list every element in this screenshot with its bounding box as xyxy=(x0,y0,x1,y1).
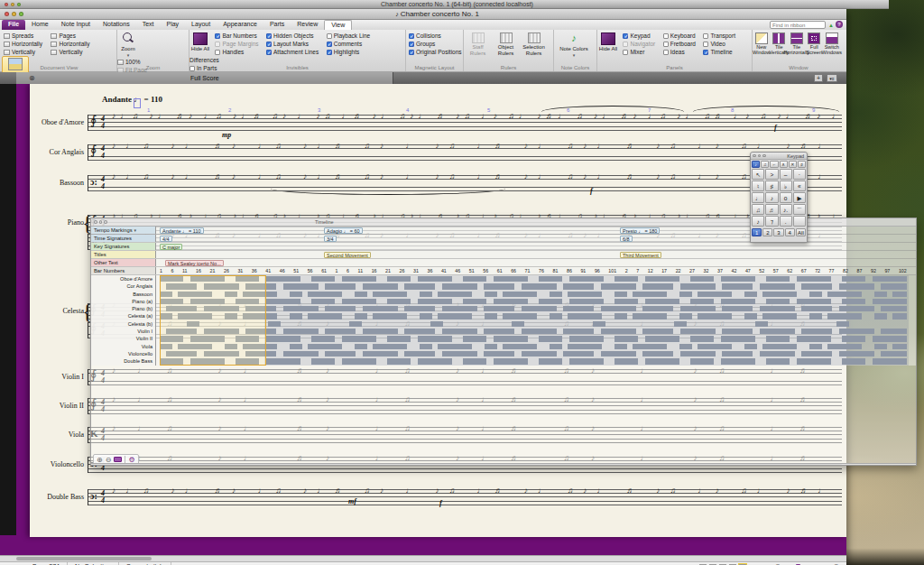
close-tab-icon[interactable]: ⊗ xyxy=(29,72,35,84)
dynamic-marking[interactable]: f xyxy=(439,499,442,507)
keypad-layout-tab[interactable]: ⌐ xyxy=(770,161,778,168)
outer-window-titlebar[interactable]: Chamber concerto No. 1 (64-bit) (connect… xyxy=(0,0,889,9)
checkbox-option[interactable]: Hidden Objects xyxy=(266,32,319,40)
close-icon[interactable] xyxy=(94,220,97,224)
help-icon[interactable]: ? xyxy=(836,21,843,28)
ribbon-tab[interactable]: Home xyxy=(25,20,55,30)
instrument-row-label[interactable]: Piano (a) xyxy=(91,298,156,305)
ruler-button[interactable]: Staff Rulers xyxy=(464,32,492,56)
instrument-row-label[interactable]: Bassoon xyxy=(91,291,156,298)
instrument-row-label[interactable]: Violin II xyxy=(91,335,156,342)
tempo-chip[interactable]: Presto ♩ = 180 xyxy=(620,227,660,235)
ribbon-tab[interactable]: Play xyxy=(160,20,185,30)
ribbon-tab[interactable]: Review xyxy=(291,20,324,30)
zoom-button[interactable]: Zoom▾ xyxy=(117,32,139,58)
zoom-window-icon[interactable] xyxy=(762,154,766,158)
keypad-key[interactable]: ♭ xyxy=(780,181,792,191)
keypad-layout-tab[interactable]: ✕ xyxy=(789,161,797,168)
keypad-key[interactable]: ⌒ xyxy=(793,204,806,215)
row-label[interactable]: Other Text xyxy=(91,259,156,266)
keypad-layout-tab[interactable]: ♫ xyxy=(761,161,769,168)
spreads-option[interactable]: Spreads xyxy=(4,32,45,40)
keypad-key[interactable]: > xyxy=(765,169,778,180)
checkbox-option[interactable]: Original Positions xyxy=(409,48,462,56)
instrument-row-label[interactable]: Violin I xyxy=(91,328,156,335)
minimize-icon[interactable] xyxy=(99,220,103,224)
keypad-layout-tab[interactable]: ♯ xyxy=(798,161,806,168)
ribbon-tab[interactable]: View xyxy=(324,20,352,30)
ribbon-tab[interactable]: Parts xyxy=(263,20,291,30)
ribbon-tab[interactable]: Layout xyxy=(185,20,217,30)
close-icon[interactable] xyxy=(5,12,9,16)
tab-list-icon[interactable]: ▾≡ xyxy=(827,74,837,82)
timeline-panel[interactable]: Timeline Tempo Markings▾ Andante ♩ = 110… xyxy=(90,218,917,466)
checkbox-option[interactable]: Collisions xyxy=(409,32,462,40)
ribbon-tab[interactable]: Note Input xyxy=(55,20,97,30)
staff[interactable]: 44 ♪♩♫ ♪♩ ♬♪ ♩♫ ♪♩♬ ♫♪ ♩ ♪♫ ♩♬ ♪♩ ♫♪♩ ♬ … xyxy=(88,175,842,191)
movement-title-chip[interactable]: Second Movement xyxy=(324,252,371,259)
instrument-row-label[interactable]: Piano (b) xyxy=(91,305,156,312)
keypad-key[interactable]: ⁊ xyxy=(765,216,778,227)
checkbox-option[interactable]: Handles xyxy=(215,48,258,56)
row-label[interactable]: Key Signatures xyxy=(91,243,156,250)
zoom-window-icon[interactable] xyxy=(19,12,23,16)
zoom-window-icon[interactable] xyxy=(17,3,21,6)
staff[interactable]: 44 ♪♩♫ ♪♩ ♬♪ ♩♫ ♪♩♬ ♫♪ ♩ ♪♫ ♩♬ ♪♩ ♫♪♩ ♬ … xyxy=(88,115,842,131)
movement-title-chip[interactable]: Third Movement xyxy=(620,252,661,259)
checkbox-option[interactable]: Keyboard xyxy=(663,32,696,40)
instrument-row-label[interactable]: Oboe d'Amore xyxy=(91,275,156,282)
keypad-key[interactable]: ♪ xyxy=(752,216,764,227)
view-option[interactable]: Vertically xyxy=(51,48,92,56)
keypad-key[interactable]: ♪. xyxy=(780,204,792,215)
dynamic-marking[interactable]: mp xyxy=(222,131,231,139)
keypad-key[interactable]: ▶ xyxy=(793,192,806,203)
instrument-row-label[interactable]: Celesta (b) xyxy=(91,320,156,328)
checkbox-option[interactable]: Ideas xyxy=(663,48,696,56)
note-colors-button[interactable]: ♪ Note Colors▾ xyxy=(554,32,594,58)
checkbox-option[interactable]: Playback Line xyxy=(327,32,370,40)
window-button[interactable]: Tile Horizontally xyxy=(788,32,806,56)
keypad-key[interactable]: ♫ xyxy=(752,204,764,215)
tempo-chip[interactable]: Adagio ♩ = 60 xyxy=(324,227,363,235)
staff[interactable]: 44 ♪♩♫ ♪♩ ♬♪ ♩♫ ♪♩♬ ♫♪ ♩ ♪♫ ♩♬ ♪♩ ♫♪♩ ♬ … xyxy=(88,144,842,161)
instrument-row-label[interactable]: Cor Anglais xyxy=(91,282,156,290)
checkbox-option[interactable]: Timeline xyxy=(703,48,735,56)
keypad-key[interactable]: ♯ xyxy=(765,181,778,191)
keypad-key[interactable]: ♩ xyxy=(752,192,764,203)
checkbox-option[interactable]: Fretboard xyxy=(663,40,696,48)
keypad-key[interactable]: ↖ xyxy=(752,169,764,180)
staff-system[interactable]: Double Bass 44 ♪♩♫ ♪♩ ♬♪ ♩♫ ♪♩♬ ♫♪ ♩ ♪♫ … xyxy=(32,489,842,505)
tempo-marking[interactable]: Andante ♩ = 110 xyxy=(102,95,162,104)
time-signature-chip[interactable]: 4/4 xyxy=(160,236,172,243)
keypad-panel[interactable]: Keypad ♪♫⌐∧✕♯ ↖>–·♮♯♭«♩♪o▶♫♬♪.⌒♪⁊. 1234A… xyxy=(750,152,808,243)
keypad-titlebar[interactable]: Keypad xyxy=(751,153,807,160)
outer-traffic-lights[interactable] xyxy=(0,3,25,6)
instrument-row-label[interactable]: Celesta (a) xyxy=(91,312,156,320)
row-label[interactable]: Titles xyxy=(91,251,156,258)
keypad-key[interactable] xyxy=(793,216,806,227)
ribbon-tab[interactable]: File xyxy=(2,20,25,30)
checkbox-option[interactable]: Comments xyxy=(327,40,370,48)
window-button[interactable]: Switch Windows xyxy=(823,32,841,56)
voice-button[interactable]: 4 xyxy=(785,228,795,236)
close-icon[interactable] xyxy=(5,3,8,6)
checkbox-option[interactable]: Navigator xyxy=(623,40,655,48)
voice-button[interactable]: 1 xyxy=(752,228,762,236)
keypad-key[interactable]: ♮ xyxy=(752,181,764,191)
checkbox-option[interactable]: Layout Marks xyxy=(266,40,319,48)
keypad-key[interactable]: · xyxy=(793,169,806,180)
fit-timeline-icon[interactable] xyxy=(114,457,122,462)
keypad-window-buttons[interactable] xyxy=(751,154,768,158)
checkbox-option[interactable]: Groups xyxy=(409,40,462,48)
row-label[interactable]: Tempo Markings▾ xyxy=(91,227,156,234)
checkbox-option[interactable]: Attachment Lines xyxy=(266,48,319,56)
dynamic-marking[interactable]: f xyxy=(774,124,777,132)
pages-option[interactable]: Pages xyxy=(51,32,92,40)
find-in-ribbon-input[interactable] xyxy=(770,21,826,29)
new-tab-button[interactable]: + xyxy=(814,74,823,82)
instrument-row-label[interactable]: Double Bass xyxy=(91,357,156,365)
checkbox-option[interactable]: Highlights xyxy=(327,48,370,56)
ribbon-tab[interactable]: Notations xyxy=(97,20,136,30)
other-text-chip[interactable]: Mark Sealey icerto No... xyxy=(165,260,224,267)
row-label[interactable]: Bar Numbers xyxy=(91,267,156,274)
